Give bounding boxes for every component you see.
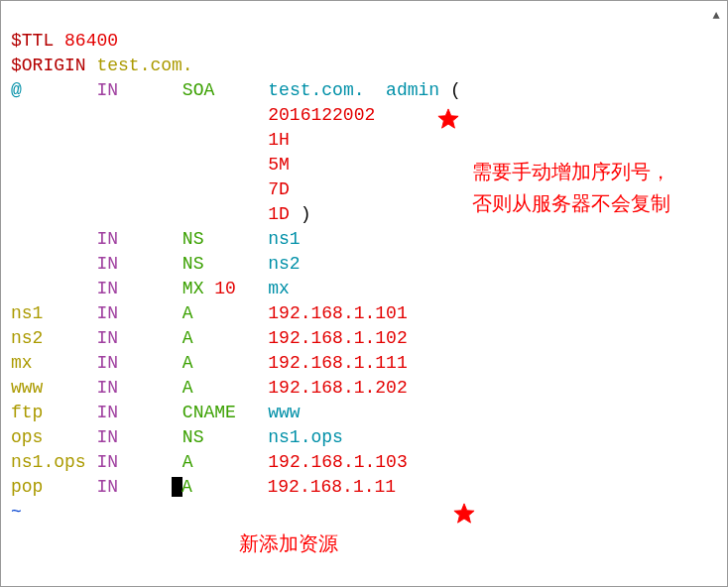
annotation-serial-line1: 需要手动增加序列号，: [472, 160, 670, 184]
rec-class: IN: [96, 427, 118, 447]
rec-class: IN: [96, 303, 118, 323]
rec-value: ns1.ops: [268, 427, 343, 447]
rec-type: NS: [182, 254, 204, 274]
star-icon: [437, 108, 459, 130]
rec-value: ns2: [268, 254, 300, 274]
empty-line-tilde: ~: [11, 502, 22, 522]
soa-minimum: 1D: [268, 204, 290, 224]
rec-name: ns1.ops: [11, 452, 86, 472]
rec-name: ns2: [11, 328, 43, 348]
scroll-up-arrow[interactable]: ▲: [709, 4, 723, 18]
rec-type: A: [182, 328, 193, 348]
rec-value: www: [268, 403, 300, 422]
rec-name: pop: [11, 477, 43, 497]
rec-class: IN: [96, 378, 118, 398]
soa-retry: 5M: [268, 155, 290, 175]
svg-marker-1: [454, 504, 474, 523]
svg-marker-0: [438, 109, 458, 128]
rec-type: A: [182, 303, 193, 323]
soa-serial: 2016122002: [268, 105, 375, 125]
origin-directive: $ORIGIN: [11, 56, 86, 75]
annotation-serial-line2: 否则从服务器不会复制: [472, 191, 670, 216]
soa-paren-open: (: [450, 80, 461, 100]
rec-class: IN: [96, 452, 118, 472]
rec-class: IN: [96, 229, 118, 249]
rec-type: MX: [182, 279, 204, 298]
soa-class: IN: [96, 80, 118, 100]
rec-type: A: [182, 378, 193, 398]
rec-name: ftp: [11, 403, 43, 422]
rec-value: 192.168.1.202: [268, 378, 407, 398]
rec-value: 192.168.1.11: [267, 477, 396, 497]
rec-priority: 10: [214, 279, 236, 298]
rec-type: CNAME: [182, 403, 236, 422]
soa-refresh: 1H: [268, 130, 290, 150]
rec-value: 192.168.1.111: [268, 353, 407, 373]
soa-type: SOA: [182, 80, 214, 100]
soa-mname: test.com.: [268, 80, 364, 100]
rec-class: IN: [96, 254, 118, 274]
origin-domain: test.com.: [96, 56, 192, 75]
rec-name: ns1: [11, 303, 43, 323]
soa-rname: admin: [386, 80, 439, 100]
rec-type: NS: [182, 427, 204, 447]
rec-class: IN: [96, 403, 118, 422]
rec-value: 192.168.1.102: [268, 328, 407, 348]
rec-value: 192.168.1.103: [268, 452, 407, 472]
rec-name: ops: [11, 427, 43, 447]
ttl-directive: $TTL: [11, 31, 54, 51]
rec-class: IN: [96, 477, 118, 497]
rec-value: ns1: [268, 229, 300, 249]
soa-paren-close: ): [301, 204, 311, 224]
annotation-new-record: 新添加资源: [239, 531, 338, 556]
soa-name: @: [11, 80, 22, 100]
rec-name: mx: [11, 353, 33, 373]
star-icon: [453, 503, 475, 525]
rec-value: mx: [268, 279, 290, 298]
ttl-value: 86400: [64, 31, 118, 51]
rec-type: NS: [182, 229, 204, 249]
rec-class: IN: [96, 279, 118, 298]
soa-expire: 7D: [268, 179, 290, 199]
rec-type: A: [182, 353, 193, 373]
rec-class: IN: [96, 328, 118, 348]
zonefile-content[interactable]: $TTL 86400 $ORIGIN test.com. @ IN SOA te…: [11, 29, 461, 525]
rec-class: IN: [96, 353, 118, 373]
rec-name: www: [11, 378, 43, 398]
rec-type: A: [182, 452, 193, 472]
rec-value: 192.168.1.101: [268, 303, 407, 323]
rec-type: A: [182, 477, 192, 497]
